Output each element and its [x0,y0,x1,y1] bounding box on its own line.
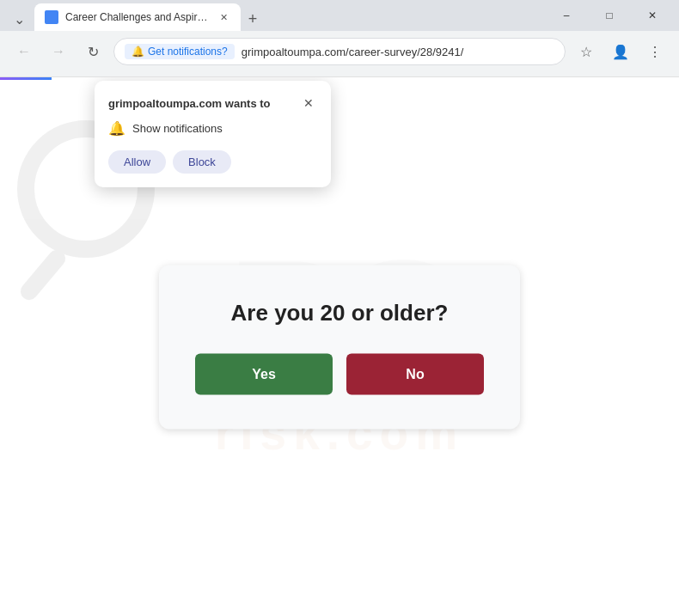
age-buttons: Yes No [185,353,494,394]
address-bar: ← → ↻ 🔔 Get notifications? ☆ 👤 ⋮ [0,31,679,72]
notif-actions: Allow Block [108,150,317,174]
page-progress-bar [0,77,52,80]
maximize-button[interactable]: □ [590,2,629,29]
notif-row: 🔔 Show notifications [108,120,317,137]
window-controls: – □ ✕ [547,2,672,29]
url-input[interactable] [242,46,554,58]
browser-frame: ⌄ Career Challenges and Aspirati… ✕ + – … [0,0,679,616]
notification-popup: grimpoaltoumpa.com wants to ✕ 🔔 Show not… [95,81,331,187]
get-notifications-button[interactable]: 🔔 Get notifications? [125,44,235,59]
age-yes-button[interactable]: Yes [195,353,333,394]
close-button[interactable]: ✕ [633,2,672,29]
block-button[interactable]: Block [173,150,231,174]
tab-strip: ⌄ Career Challenges and Aspirati… ✕ + [7,0,543,31]
new-tab-button[interactable]: + [241,7,265,31]
notif-bell-icon: 🔔 [108,120,125,137]
svg-point-0 [46,11,58,23]
active-tab[interactable]: Career Challenges and Aspirati… ✕ [34,3,241,31]
bell-small-icon: 🔔 [132,46,144,58]
notif-show-text: Show notifications [132,122,223,135]
tab-close-button[interactable]: ✕ [217,10,230,24]
tab-title: Career Challenges and Aspirati… [65,11,210,23]
tab-list-button[interactable]: ⌄ [7,7,31,31]
page-content: PC risk.com Are you 20 or older? Yes No … [0,77,679,616]
allow-button[interactable]: Allow [108,150,166,174]
bookmark-button[interactable]: ☆ [572,38,600,65]
minimize-button[interactable]: – [547,2,586,29]
address-input-wrap[interactable]: 🔔 Get notifications? [113,38,566,65]
title-bar: ⌄ Career Challenges and Aspirati… ✕ + – … [0,0,679,31]
forward-button[interactable]: → [45,38,72,65]
get-notifications-label: Get notifications? [148,46,228,58]
tab-favicon [45,10,58,24]
reload-button[interactable]: ↻ [79,38,107,65]
age-no-button[interactable]: No [346,353,484,394]
back-button[interactable]: ← [10,38,38,65]
age-verification-modal: Are you 20 or older? Yes No [159,265,520,429]
profile-button[interactable]: 👤 [607,38,634,65]
notif-header: grimpoaltoumpa.com wants to ✕ [108,95,317,112]
menu-button[interactable]: ⋮ [641,38,669,65]
notif-close-button[interactable]: ✕ [300,95,317,112]
notif-site-text: grimpoaltoumpa.com wants to [108,97,271,110]
age-question-text: Are you 20 or older? [185,299,494,326]
